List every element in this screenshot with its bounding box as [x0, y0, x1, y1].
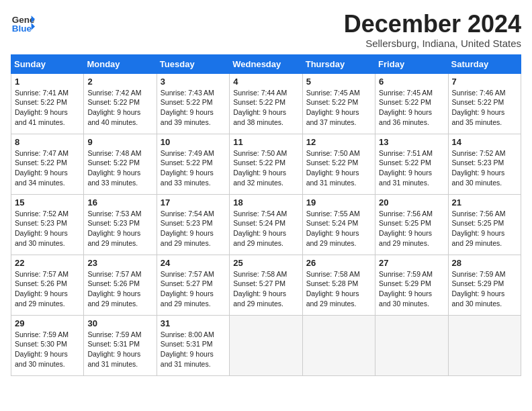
weekday-header-row: SundayMondayTuesdayWednesdayThursdayFrid…: [11, 54, 521, 73]
cell-details: Sunrise: 7:58 AMSunset: 5:27 PMDaylight:…: [233, 269, 298, 309]
cell-details: Sunrise: 7:47 AMSunset: 5:22 PMDaylight:…: [15, 148, 80, 188]
weekday-header-wednesday: Wednesday: [230, 54, 302, 73]
cell-details: Sunrise: 7:44 AMSunset: 5:22 PMDaylight:…: [233, 88, 298, 128]
day-number: 30: [87, 318, 152, 328]
calendar-cell: 23Sunrise: 7:57 AMSunset: 5:26 PMDayligh…: [84, 255, 157, 315]
day-number: 24: [161, 258, 226, 268]
svg-text:Blue: Blue: [12, 24, 32, 34]
calendar-cell: 8Sunrise: 7:47 AMSunset: 5:22 PMDaylight…: [11, 134, 84, 194]
cell-details: Sunrise: 7:59 AMSunset: 5:30 PMDaylight:…: [15, 330, 80, 369]
month-title: December 2024: [344, 11, 521, 38]
day-number: 17: [161, 197, 226, 208]
calendar-week-row: 22Sunrise: 7:57 AMSunset: 5:26 PMDayligh…: [11, 255, 521, 315]
day-number: 31: [161, 318, 226, 328]
calendar-cell: [375, 315, 448, 375]
calendar-cell: 30Sunrise: 7:59 AMSunset: 5:31 PMDayligh…: [84, 315, 157, 375]
calendar-cell: 20Sunrise: 7:56 AMSunset: 5:25 PMDayligh…: [375, 194, 448, 255]
cell-details: Sunrise: 7:53 AMSunset: 5:23 PMDaylight:…: [87, 209, 152, 248]
cell-details: Sunrise: 7:56 AMSunset: 5:25 PMDaylight:…: [379, 209, 444, 248]
day-number: 6: [379, 77, 444, 87]
weekday-header-thursday: Thursday: [302, 54, 375, 73]
cell-details: Sunrise: 7:48 AMSunset: 5:22 PMDaylight:…: [87, 148, 152, 188]
day-number: 10: [161, 137, 226, 147]
weekday-header-saturday: Saturday: [448, 54, 521, 73]
calendar-cell: 12Sunrise: 7:50 AMSunset: 5:22 PMDayligh…: [302, 134, 375, 194]
cell-details: Sunrise: 7:54 AMSunset: 5:23 PMDaylight:…: [161, 209, 226, 248]
day-number: 25: [233, 258, 298, 268]
day-number: 22: [15, 258, 80, 268]
day-number: 7: [452, 77, 517, 87]
day-number: 23: [87, 258, 152, 268]
logo-icon: General Blue: [11, 11, 35, 35]
cell-details: Sunrise: 7:57 AMSunset: 5:26 PMDaylight:…: [15, 269, 80, 309]
day-number: 2: [87, 77, 152, 87]
calendar-cell: [230, 315, 302, 375]
weekday-header-friday: Friday: [375, 54, 448, 73]
title-area: December 2024 Sellersburg, Indiana, Unit…: [344, 11, 521, 49]
cell-details: Sunrise: 7:51 AMSunset: 5:22 PMDaylight:…: [379, 148, 444, 188]
calendar-table: SundayMondayTuesdayWednesdayThursdayFrid…: [11, 54, 521, 376]
calendar-cell: 31Sunrise: 8:00 AMSunset: 5:31 PMDayligh…: [157, 315, 229, 375]
day-number: 27: [379, 258, 444, 268]
calendar-cell: 28Sunrise: 7:59 AMSunset: 5:29 PMDayligh…: [448, 255, 521, 315]
calendar-week-row: 15Sunrise: 7:52 AMSunset: 5:23 PMDayligh…: [11, 194, 521, 255]
calendar-cell: 18Sunrise: 7:54 AMSunset: 5:24 PMDayligh…: [230, 194, 302, 255]
calendar-cell: 11Sunrise: 7:50 AMSunset: 5:22 PMDayligh…: [230, 134, 302, 194]
calendar-cell: 6Sunrise: 7:45 AMSunset: 5:22 PMDaylight…: [375, 73, 448, 134]
cell-details: Sunrise: 7:59 AMSunset: 5:31 PMDaylight:…: [87, 330, 152, 369]
cell-details: Sunrise: 7:49 AMSunset: 5:22 PMDaylight:…: [161, 148, 226, 188]
day-number: 11: [233, 137, 298, 147]
calendar-cell: 26Sunrise: 7:58 AMSunset: 5:28 PMDayligh…: [302, 255, 375, 315]
cell-details: Sunrise: 7:57 AMSunset: 5:27 PMDaylight:…: [161, 269, 226, 309]
calendar-cell: 16Sunrise: 7:53 AMSunset: 5:23 PMDayligh…: [84, 194, 157, 255]
day-number: 20: [379, 197, 444, 208]
calendar-cell: 15Sunrise: 7:52 AMSunset: 5:23 PMDayligh…: [11, 194, 84, 255]
cell-details: Sunrise: 7:56 AMSunset: 5:25 PMDaylight:…: [452, 209, 517, 248]
calendar-cell: 27Sunrise: 7:59 AMSunset: 5:29 PMDayligh…: [375, 255, 448, 315]
cell-details: Sunrise: 7:50 AMSunset: 5:22 PMDaylight:…: [233, 148, 298, 188]
location-title: Sellersburg, Indiana, United States: [344, 38, 521, 49]
day-number: 1: [15, 77, 80, 87]
cell-details: Sunrise: 7:41 AMSunset: 5:22 PMDaylight:…: [15, 88, 80, 128]
day-number: 4: [233, 77, 298, 87]
calendar-cell: 2Sunrise: 7:42 AMSunset: 5:22 PMDaylight…: [84, 73, 157, 134]
day-number: 8: [15, 137, 80, 147]
calendar-cell: 3Sunrise: 7:43 AMSunset: 5:22 PMDaylight…: [157, 73, 229, 134]
calendar-cell: 13Sunrise: 7:51 AMSunset: 5:22 PMDayligh…: [375, 134, 448, 194]
calendar-cell: 10Sunrise: 7:49 AMSunset: 5:22 PMDayligh…: [157, 134, 229, 194]
cell-details: Sunrise: 7:59 AMSunset: 5:29 PMDaylight:…: [379, 269, 444, 309]
cell-details: Sunrise: 7:57 AMSunset: 5:26 PMDaylight:…: [87, 269, 152, 309]
day-number: 3: [161, 77, 226, 87]
calendar-cell: 25Sunrise: 7:58 AMSunset: 5:27 PMDayligh…: [230, 255, 302, 315]
calendar-week-row: 29Sunrise: 7:59 AMSunset: 5:30 PMDayligh…: [11, 315, 521, 375]
day-number: 15: [15, 197, 80, 208]
cell-details: Sunrise: 7:58 AMSunset: 5:28 PMDaylight:…: [306, 269, 371, 309]
cell-details: Sunrise: 7:46 AMSunset: 5:22 PMDaylight:…: [452, 88, 517, 128]
calendar-cell: 29Sunrise: 7:59 AMSunset: 5:30 PMDayligh…: [11, 315, 84, 375]
logo: General Blue: [11, 11, 35, 35]
day-number: 19: [306, 197, 371, 208]
cell-details: Sunrise: 7:55 AMSunset: 5:24 PMDaylight:…: [306, 209, 371, 248]
calendar-cell: 24Sunrise: 7:57 AMSunset: 5:27 PMDayligh…: [157, 255, 229, 315]
calendar-cell: 1Sunrise: 7:41 AMSunset: 5:22 PMDaylight…: [11, 73, 84, 134]
day-number: 21: [452, 197, 517, 208]
calendar-cell: 4Sunrise: 7:44 AMSunset: 5:22 PMDaylight…: [230, 73, 302, 134]
day-number: 12: [306, 137, 371, 147]
calendar-cell: 5Sunrise: 7:45 AMSunset: 5:22 PMDaylight…: [302, 73, 375, 134]
cell-details: Sunrise: 7:50 AMSunset: 5:22 PMDaylight:…: [306, 148, 371, 188]
day-number: 28: [452, 258, 517, 268]
calendar-cell: 14Sunrise: 7:52 AMSunset: 5:23 PMDayligh…: [448, 134, 521, 194]
weekday-header-tuesday: Tuesday: [157, 54, 229, 73]
cell-details: Sunrise: 7:45 AMSunset: 5:22 PMDaylight:…: [379, 88, 444, 128]
calendar-cell: 21Sunrise: 7:56 AMSunset: 5:25 PMDayligh…: [448, 194, 521, 255]
calendar-week-row: 1Sunrise: 7:41 AMSunset: 5:22 PMDaylight…: [11, 73, 521, 134]
day-number: 9: [87, 137, 152, 147]
cell-details: Sunrise: 7:43 AMSunset: 5:22 PMDaylight:…: [161, 88, 226, 128]
calendar-cell: 22Sunrise: 7:57 AMSunset: 5:26 PMDayligh…: [11, 255, 84, 315]
calendar-week-row: 8Sunrise: 7:47 AMSunset: 5:22 PMDaylight…: [11, 134, 521, 194]
weekday-header-sunday: Sunday: [11, 54, 84, 73]
calendar-cell: [448, 315, 521, 375]
day-number: 16: [87, 197, 152, 208]
day-number: 29: [15, 318, 80, 328]
cell-details: Sunrise: 7:45 AMSunset: 5:22 PMDaylight:…: [306, 88, 371, 128]
